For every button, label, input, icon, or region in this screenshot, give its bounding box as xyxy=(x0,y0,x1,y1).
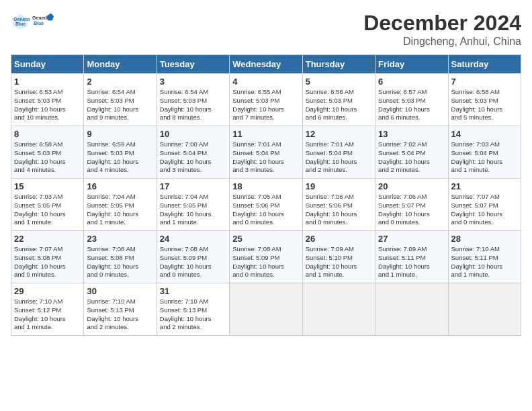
day-info: Sunrise: 7:08 AM Sunset: 5:09 PM Dayligh… xyxy=(160,245,226,279)
day-number: 10 xyxy=(160,129,226,139)
day-number: 21 xyxy=(451,181,518,191)
header-thursday: Thursday xyxy=(302,55,375,74)
calendar-cell: 25Sunrise: 7:08 AM Sunset: 5:09 PM Dayli… xyxy=(230,231,302,283)
day-number: 12 xyxy=(306,129,372,139)
week-row-4: 22Sunrise: 7:07 AM Sunset: 5:08 PM Dayli… xyxy=(11,231,521,283)
day-number: 20 xyxy=(378,181,445,191)
day-info: Sunrise: 7:09 AM Sunset: 5:11 PM Dayligh… xyxy=(378,245,445,279)
day-number: 30 xyxy=(87,286,153,296)
calendar-cell: 30Sunrise: 7:10 AM Sunset: 5:13 PM Dayli… xyxy=(84,283,157,336)
day-info: Sunrise: 7:06 AM Sunset: 5:06 PM Dayligh… xyxy=(306,193,372,227)
day-number: 24 xyxy=(160,234,226,244)
calendar-cell: 4Sunrise: 6:55 AM Sunset: 5:03 PM Daylig… xyxy=(230,74,302,126)
calendar-cell: 8Sunrise: 6:58 AM Sunset: 5:03 PM Daylig… xyxy=(11,126,84,179)
day-number: 1 xyxy=(14,77,81,87)
day-info: Sunrise: 7:01 AM Sunset: 5:04 PM Dayligh… xyxy=(232,140,299,175)
location-title: Dingcheng, Anhui, China xyxy=(363,36,521,48)
calendar-cell: 1Sunrise: 6:53 AM Sunset: 5:03 PM Daylig… xyxy=(11,74,84,126)
day-number: 29 xyxy=(14,286,81,296)
day-info: Sunrise: 7:10 AM Sunset: 5:12 PM Dayligh… xyxy=(14,298,81,332)
day-info: Sunrise: 7:03 AM Sunset: 5:04 PM Dayligh… xyxy=(451,140,518,175)
calendar-cell: 22Sunrise: 7:07 AM Sunset: 5:08 PM Dayli… xyxy=(11,231,84,283)
calendar-cell: 12Sunrise: 7:01 AM Sunset: 5:04 PM Dayli… xyxy=(302,126,375,179)
page-header: General Blue General Blue December 2024 … xyxy=(11,11,521,48)
day-number: 11 xyxy=(232,129,299,139)
calendar-cell: 9Sunrise: 6:59 AM Sunset: 5:03 PM Daylig… xyxy=(84,126,157,179)
calendar-table: SundayMondayTuesdayWednesdayThursdayFrid… xyxy=(11,54,521,336)
calendar-cell: 27Sunrise: 7:09 AM Sunset: 5:11 PM Dayli… xyxy=(375,231,448,283)
day-info: Sunrise: 6:58 AM Sunset: 5:03 PM Dayligh… xyxy=(14,140,81,175)
month-title: December 2024 xyxy=(363,11,521,36)
day-number: 13 xyxy=(378,129,445,139)
svg-text:Blue: Blue xyxy=(15,21,26,26)
day-number: 2 xyxy=(87,77,153,87)
calendar-cell: 5Sunrise: 6:56 AM Sunset: 5:03 PM Daylig… xyxy=(302,74,375,126)
calendar-cell: 3Sunrise: 6:54 AM Sunset: 5:03 PM Daylig… xyxy=(157,74,229,126)
week-row-1: 1Sunrise: 6:53 AM Sunset: 5:03 PM Daylig… xyxy=(11,74,521,126)
day-info: Sunrise: 7:01 AM Sunset: 5:04 PM Dayligh… xyxy=(306,140,372,175)
day-info: Sunrise: 6:54 AM Sunset: 5:03 PM Dayligh… xyxy=(87,88,153,122)
title-block: December 2024 Dingcheng, Anhui, China xyxy=(363,11,521,48)
calendar-cell xyxy=(230,283,302,336)
week-row-5: 29Sunrise: 7:10 AM Sunset: 5:12 PM Dayli… xyxy=(11,283,521,336)
day-number: 14 xyxy=(451,129,518,139)
calendar-cell: 6Sunrise: 6:57 AM Sunset: 5:03 PM Daylig… xyxy=(375,74,448,126)
day-number: 22 xyxy=(14,234,81,244)
calendar-cell: 24Sunrise: 7:08 AM Sunset: 5:09 PM Dayli… xyxy=(157,231,229,283)
calendar-cell: 18Sunrise: 7:05 AM Sunset: 5:06 PM Dayli… xyxy=(230,179,302,231)
calendar-cell: 19Sunrise: 7:06 AM Sunset: 5:06 PM Dayli… xyxy=(302,179,375,231)
header-saturday: Saturday xyxy=(448,55,521,74)
day-number: 19 xyxy=(306,181,372,191)
day-number: 5 xyxy=(306,77,372,87)
calendar-cell: 15Sunrise: 7:03 AM Sunset: 5:05 PM Dayli… xyxy=(11,179,84,231)
day-info: Sunrise: 7:10 AM Sunset: 5:13 PM Dayligh… xyxy=(87,298,153,332)
day-info: Sunrise: 7:08 AM Sunset: 5:08 PM Dayligh… xyxy=(87,245,153,279)
calendar-cell: 31Sunrise: 7:10 AM Sunset: 5:13 PM Dayli… xyxy=(157,283,229,336)
day-info: Sunrise: 6:57 AM Sunset: 5:03 PM Dayligh… xyxy=(378,88,445,122)
calendar-cell: 17Sunrise: 7:04 AM Sunset: 5:05 PM Dayli… xyxy=(157,179,229,231)
day-number: 23 xyxy=(87,234,153,244)
day-info: Sunrise: 7:09 AM Sunset: 5:10 PM Dayligh… xyxy=(306,245,372,279)
day-info: Sunrise: 7:10 AM Sunset: 5:13 PM Dayligh… xyxy=(160,298,226,332)
day-number: 27 xyxy=(378,234,445,244)
day-number: 31 xyxy=(160,286,226,296)
day-info: Sunrise: 6:58 AM Sunset: 5:03 PM Dayligh… xyxy=(451,88,518,122)
day-info: Sunrise: 7:06 AM Sunset: 5:07 PM Dayligh… xyxy=(378,193,445,227)
header-tuesday: Tuesday xyxy=(157,55,229,74)
day-number: 16 xyxy=(87,181,153,191)
day-number: 18 xyxy=(232,181,299,191)
day-number: 3 xyxy=(160,77,226,87)
logo-icon: General Blue xyxy=(11,12,30,31)
svg-text:General: General xyxy=(13,17,30,21)
day-info: Sunrise: 7:07 AM Sunset: 5:08 PM Dayligh… xyxy=(14,245,81,279)
day-info: Sunrise: 6:56 AM Sunset: 5:03 PM Dayligh… xyxy=(306,88,372,122)
day-info: Sunrise: 7:08 AM Sunset: 5:09 PM Dayligh… xyxy=(232,245,299,279)
calendar-cell: 28Sunrise: 7:10 AM Sunset: 5:11 PM Dayli… xyxy=(448,231,521,283)
calendar-cell xyxy=(375,283,448,336)
day-info: Sunrise: 7:02 AM Sunset: 5:04 PM Dayligh… xyxy=(378,140,445,175)
calendar-cell: 23Sunrise: 7:08 AM Sunset: 5:08 PM Dayli… xyxy=(84,231,157,283)
calendar-cell xyxy=(448,283,521,336)
svg-marker-5 xyxy=(46,13,54,21)
general-blue-logo-graphic: General Blue xyxy=(32,11,54,32)
calendar-cell: 11Sunrise: 7:01 AM Sunset: 5:04 PM Dayli… xyxy=(230,126,302,179)
calendar-cell xyxy=(302,283,375,336)
day-number: 7 xyxy=(451,77,518,87)
day-info: Sunrise: 6:55 AM Sunset: 5:03 PM Dayligh… xyxy=(232,88,299,122)
calendar-cell: 2Sunrise: 6:54 AM Sunset: 5:03 PM Daylig… xyxy=(84,74,157,126)
day-info: Sunrise: 7:07 AM Sunset: 5:07 PM Dayligh… xyxy=(451,193,518,227)
day-number: 17 xyxy=(160,181,226,191)
logo: General Blue General Blue xyxy=(11,11,54,32)
calendar-cell: 10Sunrise: 7:00 AM Sunset: 5:04 PM Dayli… xyxy=(157,126,229,179)
day-number: 25 xyxy=(232,234,299,244)
week-row-2: 8Sunrise: 6:58 AM Sunset: 5:03 PM Daylig… xyxy=(11,126,521,179)
calendar-cell: 21Sunrise: 7:07 AM Sunset: 5:07 PM Dayli… xyxy=(448,179,521,231)
day-info: Sunrise: 6:59 AM Sunset: 5:03 PM Dayligh… xyxy=(87,140,153,175)
day-info: Sunrise: 7:04 AM Sunset: 5:05 PM Dayligh… xyxy=(160,193,226,227)
calendar-cell: 29Sunrise: 7:10 AM Sunset: 5:12 PM Dayli… xyxy=(11,283,84,336)
day-number: 8 xyxy=(14,129,81,139)
day-info: Sunrise: 7:05 AM Sunset: 5:06 PM Dayligh… xyxy=(232,193,299,227)
day-number: 4 xyxy=(232,77,299,87)
day-number: 6 xyxy=(378,77,445,87)
header-friday: Friday xyxy=(375,55,448,74)
